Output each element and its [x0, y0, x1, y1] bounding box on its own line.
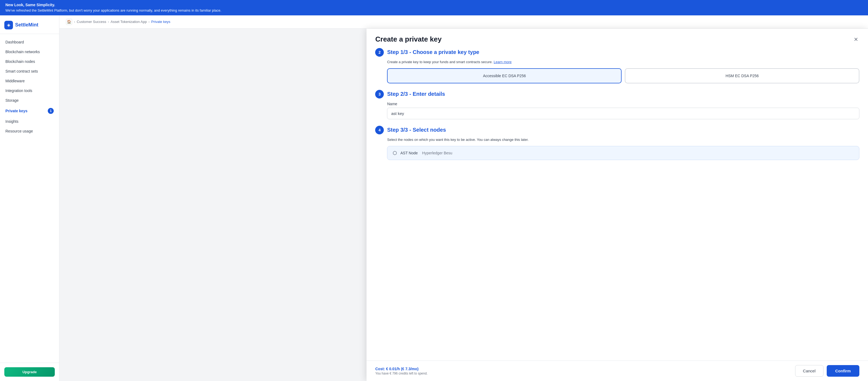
- sidebar-nav: DashboardBlockchain networksBlockchain n…: [0, 34, 59, 363]
- sidebar-item-smart-contract-sets[interactable]: Smart contract sets: [0, 66, 59, 76]
- key-type-hsm[interactable]: HSM EC DSA P256: [625, 68, 859, 84]
- home-icon[interactable]: 🏠: [66, 19, 72, 25]
- sidebar-item-private-keys[interactable]: Private keys1: [0, 105, 59, 117]
- name-label: Name: [387, 102, 859, 106]
- upgrade-button[interactable]: Upgrade: [4, 367, 55, 377]
- sidebar-bottom: Upgrade: [0, 363, 59, 381]
- sidebar-item-label: Smart contract sets: [5, 69, 38, 73]
- sidebar: ◈ SettleMint DashboardBlockchain network…: [0, 15, 59, 381]
- step-3-section: 4 Step 3/3 - Select nodes Select the nod…: [375, 126, 859, 160]
- cost-main: Cost: € 0.01/h (€ 7.3/mo): [375, 367, 428, 371]
- drawer-body: 2 Step 1/3 - Choose a private key type C…: [367, 48, 868, 361]
- logo-text: SettleMint: [15, 22, 38, 28]
- step-3-description: Select the nodes on which you want this …: [387, 138, 859, 142]
- step-1-header: 2 Step 1/3 - Choose a private key type: [375, 48, 859, 57]
- banner-subtitle: We've refreshed the SettleMint Platform,…: [5, 8, 863, 13]
- breadcrumb: 🏠 › Customer Success › Asset Tokenizatio…: [59, 15, 868, 29]
- node-grid: ⬡ AST Node Hyperledger Besu: [387, 146, 859, 160]
- sidebar-item-label: Insights: [5, 119, 18, 124]
- sidebar-item-label: Integration tools: [5, 89, 32, 93]
- name-form-group: Name: [387, 102, 859, 119]
- banner-title: New Look, Same Simplicity.: [5, 2, 863, 8]
- sidebar-item-label: Dashboard: [5, 40, 24, 44]
- step-3-badge: 4: [375, 126, 384, 134]
- step-2-badge: 3: [375, 90, 384, 98]
- step-2-header: 3 Step 2/3 - Enter details: [375, 90, 859, 98]
- key-type-grid: Accessible EC DSA P256 HSM EC DSA P256: [387, 68, 859, 84]
- breadcrumb-sep-1: ›: [74, 20, 75, 24]
- sidebar-item-label: Middleware: [5, 79, 25, 83]
- cost-info: Cost: € 0.01/h (€ 7.3/mo) You have € 796…: [375, 367, 428, 375]
- drawer-header: Create a private key ✕: [367, 29, 868, 48]
- close-button[interactable]: ✕: [852, 35, 859, 44]
- footer-actions: Cancel Confirm: [795, 365, 859, 377]
- sidebar-item-label: Blockchain networks: [5, 50, 40, 54]
- sidebar-item-resource-usage[interactable]: Resource usage: [0, 126, 59, 136]
- node-blockchain: Hyperledger Besu: [422, 151, 452, 155]
- sidebar-item-label: Blockchain nodes: [5, 59, 35, 64]
- learn-more-link[interactable]: Learn more: [494, 60, 512, 64]
- breadcrumb-current: Private keys: [151, 20, 170, 24]
- step-3-title: Step 3/3 - Select nodes: [387, 127, 446, 133]
- key-type-accessible[interactable]: Accessible EC DSA P256: [387, 68, 622, 84]
- breadcrumb-sep-3: ›: [149, 20, 150, 24]
- drawer-footer: Cost: € 0.01/h (€ 7.3/mo) You have € 796…: [367, 360, 868, 381]
- step-1-description: Create a private key to keep your funds …: [387, 60, 859, 64]
- breadcrumb-item-2: Asset Tokenization App: [111, 20, 147, 24]
- sidebar-item-blockchain-nodes[interactable]: Blockchain nodes: [0, 57, 59, 66]
- main-content: 🏠 › Customer Success › Asset Tokenizatio…: [59, 15, 868, 381]
- sidebar-item-label: Resource usage: [5, 129, 33, 133]
- sidebar-item-middleware[interactable]: Middleware: [0, 76, 59, 86]
- step-2-title: Step 2/3 - Enter details: [387, 91, 445, 97]
- step-2-section: 3 Step 2/3 - Enter details Name: [375, 90, 859, 119]
- notification-banner: New Look, Same Simplicity. We've refresh…: [0, 0, 868, 15]
- page-area: Add a private key Create a private key t…: [59, 29, 868, 381]
- logo-area: ◈ SettleMint: [0, 15, 59, 34]
- sidebar-item-dashboard[interactable]: Dashboard: [0, 37, 59, 47]
- sidebar-item-label: Storage: [5, 98, 19, 102]
- sidebar-item-integration-tools[interactable]: Integration tools: [0, 86, 59, 96]
- step-3-header: 4 Step 3/3 - Select nodes: [375, 126, 859, 134]
- drawer-title: Create a private key: [375, 35, 441, 43]
- create-private-key-drawer: Create a private key ✕ 2 Step 1/3 - Choo…: [367, 29, 868, 381]
- sidebar-item-blockchain-networks[interactable]: Blockchain networks: [0, 47, 59, 57]
- sidebar-item-label: Private keys: [5, 109, 28, 113]
- confirm-button[interactable]: Confirm: [827, 365, 860, 377]
- node-card-ast[interactable]: ⬡ AST Node Hyperledger Besu: [387, 146, 859, 160]
- name-input[interactable]: [387, 108, 859, 119]
- sidebar-item-badge: 1: [48, 108, 54, 114]
- logo-icon: ◈: [4, 21, 13, 29]
- breadcrumb-sep-2: ›: [108, 20, 109, 24]
- cost-credits: You have € 796 credits left to spend.: [375, 372, 428, 375]
- cancel-button[interactable]: Cancel: [795, 365, 824, 377]
- node-label: AST Node: [400, 151, 417, 155]
- step-1-badge: 2: [375, 48, 384, 57]
- breadcrumb-item-1: Customer Success: [76, 20, 106, 24]
- step-1-title: Step 1/3 - Choose a private key type: [387, 49, 479, 55]
- sidebar-item-storage[interactable]: Storage: [0, 96, 59, 105]
- node-blockchain-icon: ⬡: [393, 150, 397, 156]
- sidebar-item-insights[interactable]: Insights: [0, 117, 59, 126]
- step-1-section: 2 Step 1/3 - Choose a private key type C…: [375, 48, 859, 84]
